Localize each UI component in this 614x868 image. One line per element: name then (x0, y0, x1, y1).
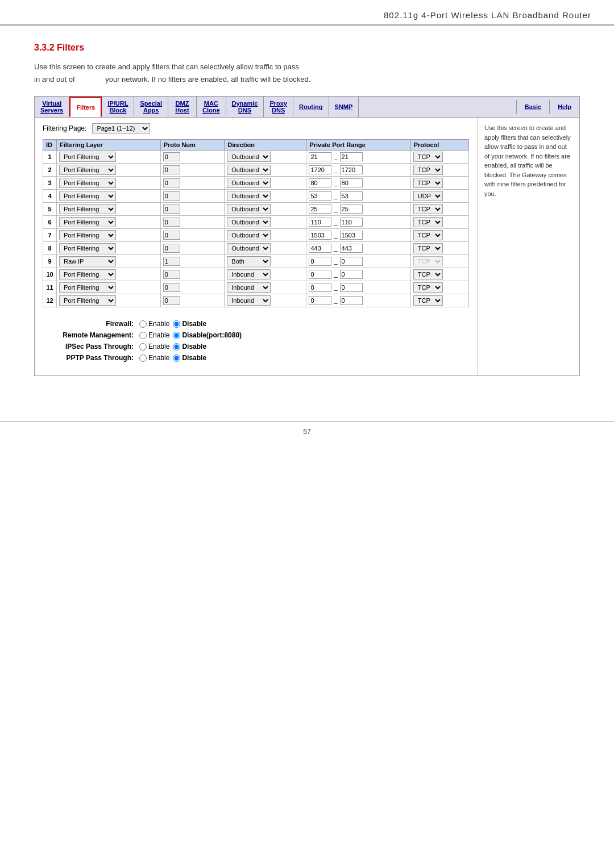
port-from-input[interactable] (309, 178, 331, 187)
layer-select[interactable]: Port FilteringRaw IP (59, 282, 116, 293)
row-direction[interactable]: OutboundInboundBoth (225, 164, 306, 177)
remote-enable-label[interactable]: Enable (139, 331, 169, 339)
firewall-enable-label[interactable]: Enable (139, 320, 169, 328)
row-portrange[interactable]: _ (306, 229, 410, 242)
filtering-page-select[interactable]: Page1 (1~12) Page2 (13~24) (92, 123, 150, 133)
layer-select[interactable]: Port FilteringRaw IP (59, 230, 116, 240)
row-protocol[interactable]: TCPUDP (410, 242, 468, 255)
protocol-select[interactable]: TCPUDP (413, 230, 443, 240)
direction-select[interactable]: OutboundInboundBoth (227, 230, 271, 240)
direction-select[interactable]: OutboundInboundBoth (227, 165, 271, 175)
row-direction[interactable]: OutboundInboundBoth (225, 268, 306, 281)
row-direction[interactable]: OutboundInboundBoth (225, 294, 306, 307)
row-portrange[interactable]: _ (306, 151, 410, 164)
direction-select[interactable]: OutboundInboundBoth (227, 152, 271, 162)
direction-select[interactable]: OutboundInboundBoth (227, 269, 271, 279)
nav-item-ipurl-block[interactable]: IP/URL Block (102, 97, 134, 117)
row-protocol[interactable]: TCPUDP (410, 203, 468, 216)
protocol-select[interactable]: TCPUDP (413, 295, 443, 306)
port-from-input[interactable] (309, 191, 331, 201)
layer-select[interactable]: Port FilteringRaw IP (59, 269, 116, 279)
row-protocol[interactable]: TCPUDP (410, 268, 468, 281)
protocol-select[interactable]: TCPUDP (413, 256, 443, 266)
ipsec-disable-radio[interactable] (173, 343, 180, 350)
row-portrange[interactable]: _ (306, 268, 410, 281)
nav-item-special-apps[interactable]: Special Apps (134, 97, 168, 117)
row-layer[interactable]: Port FilteringRaw IP (57, 281, 161, 294)
row-direction[interactable]: OutboundInboundBoth (225, 177, 306, 190)
port-from-input[interactable] (309, 231, 331, 240)
row-direction[interactable]: OutboundInboundBoth (225, 242, 306, 255)
port-from-input[interactable] (309, 270, 331, 279)
row-layer[interactable]: Port FilteringRaw IP (57, 242, 161, 255)
row-layer[interactable]: Port FilteringRaw IP (57, 203, 161, 216)
row-protocol[interactable]: TCPUDP (410, 190, 468, 203)
row-portrange[interactable]: _ (306, 242, 410, 255)
layer-select[interactable]: Port FilteringRaw IP (59, 256, 116, 266)
proto-input[interactable] (163, 296, 180, 305)
row-direction[interactable]: OutboundInboundBoth (225, 255, 306, 268)
row-protocol[interactable]: TCPUDP (410, 151, 468, 164)
port-to-input[interactable] (340, 205, 363, 214)
row-protocol[interactable]: TCPUDP (410, 164, 468, 177)
protocol-select[interactable]: TCPUDP (413, 165, 443, 175)
row-layer[interactable]: Port FilteringRaw IP (57, 229, 161, 242)
row-layer[interactable]: Port FilteringRaw IP (57, 151, 161, 164)
row-direction[interactable]: OutboundInboundBoth (225, 216, 306, 229)
port-to-input[interactable] (340, 165, 363, 174)
firewall-disable-radio[interactable] (173, 320, 180, 328)
remote-enable-radio[interactable] (139, 332, 147, 339)
row-proto[interactable] (160, 177, 225, 190)
protocol-select[interactable]: TCPUDP (413, 178, 443, 188)
row-direction[interactable]: OutboundInboundBoth (225, 281, 306, 294)
port-to-input[interactable] (340, 296, 363, 305)
row-portrange[interactable]: _ (306, 164, 410, 177)
port-from-input[interactable] (309, 296, 331, 305)
nav-item-proxy-dns[interactable]: Proxy DNS (264, 97, 293, 117)
ipsec-enable-radio[interactable] (139, 343, 147, 350)
row-protocol[interactable]: TCPUDP (410, 294, 468, 307)
row-layer[interactable]: Port FilteringRaw IP (57, 255, 161, 268)
port-to-input[interactable] (340, 218, 363, 227)
port-from-input[interactable] (309, 283, 331, 292)
row-direction[interactable]: OutboundInboundBoth (225, 151, 306, 164)
protocol-select[interactable]: TCPUDP (413, 191, 443, 201)
proto-input[interactable] (163, 257, 180, 266)
protocol-select[interactable]: TCPUDP (413, 217, 443, 227)
proto-input[interactable] (163, 165, 180, 174)
row-protocol[interactable]: TCPUDP (410, 177, 468, 190)
row-portrange[interactable]: _ (306, 281, 410, 294)
row-direction[interactable]: OutboundInboundBoth (225, 229, 306, 242)
proto-input[interactable] (163, 270, 180, 279)
row-portrange[interactable]: _ (306, 203, 410, 216)
row-proto[interactable] (160, 216, 225, 229)
proto-input[interactable] (163, 191, 180, 201)
port-from-input[interactable] (309, 218, 331, 227)
direction-select[interactable]: OutboundInboundBoth (227, 282, 271, 293)
row-portrange[interactable]: _ (306, 216, 410, 229)
proto-input[interactable] (163, 218, 180, 227)
direction-select[interactable]: OutboundInboundBoth (227, 178, 271, 188)
port-to-input[interactable] (340, 257, 363, 266)
ipsec-disable-label[interactable]: Disable (173, 343, 206, 350)
layer-select[interactable]: Port FilteringRaw IP (59, 204, 116, 214)
port-to-input[interactable] (340, 152, 363, 161)
direction-select[interactable]: OutboundInboundBoth (227, 217, 271, 227)
row-layer[interactable]: Port FilteringRaw IP (57, 294, 161, 307)
row-layer[interactable]: Port FilteringRaw IP (57, 190, 161, 203)
layer-select[interactable]: Port FilteringRaw IP (59, 178, 116, 188)
row-proto[interactable] (160, 281, 225, 294)
layer-select[interactable]: Port FilteringRaw IP (59, 243, 116, 253)
nav-item-snmp[interactable]: SNMP (329, 97, 359, 117)
port-from-input[interactable] (309, 244, 331, 253)
protocol-select[interactable]: TCPUDP (413, 243, 443, 253)
proto-input[interactable] (163, 244, 180, 253)
row-proto[interactable] (160, 164, 225, 177)
proto-input[interactable] (163, 231, 180, 240)
port-to-input[interactable] (340, 191, 363, 201)
row-portrange[interactable]: _ (306, 255, 410, 268)
protocol-select[interactable]: TCPUDP (413, 152, 443, 162)
nav-item-dmz-host[interactable]: DMZ Host (168, 97, 197, 117)
protocol-select[interactable]: TCPUDP (413, 204, 443, 214)
direction-select[interactable]: OutboundInboundBoth (227, 204, 271, 214)
